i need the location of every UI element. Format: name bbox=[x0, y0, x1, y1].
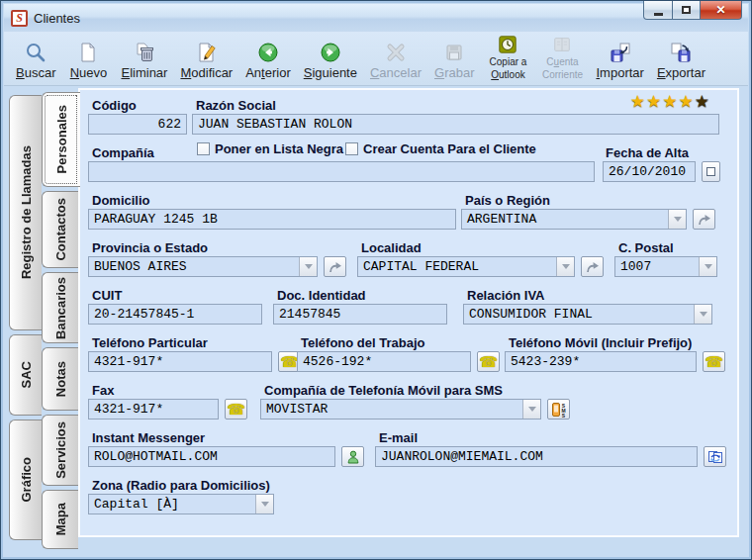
grabar-button: Grabar bbox=[432, 40, 476, 80]
close-button[interactable]: ✕ bbox=[701, 1, 742, 20]
tab-personales[interactable]: Personales bbox=[42, 92, 80, 187]
nuevo-button[interactable]: Nuevo bbox=[66, 40, 110, 80]
tab-bancarios[interactable]: Bancarios bbox=[42, 272, 78, 343]
star-4[interactable]: ★ bbox=[679, 93, 694, 110]
doc-identidad-label: Doc. Identidad bbox=[277, 288, 366, 303]
next-arrow-icon bbox=[320, 40, 341, 63]
pais-dropdown-button[interactable] bbox=[668, 210, 686, 229]
tab-servicios[interactable]: Servicios bbox=[42, 415, 78, 486]
anterior-button[interactable]: Anterior bbox=[243, 40, 293, 80]
instant-messenger-field[interactable]: ROLO@HOTMAIL.COM bbox=[88, 446, 335, 467]
buscar-button[interactable]: Buscar bbox=[14, 40, 57, 80]
tab-sac[interactable]: SAC bbox=[9, 334, 42, 416]
tab-notas[interactable]: Notas bbox=[42, 347, 78, 411]
app-window: S Clientes ✕ Buscar Nuevo Eliminar Modif… bbox=[0, 0, 752, 560]
tab-registro-de-llamadas[interactable]: Registro de Llamadas bbox=[9, 95, 42, 330]
localidad-combo[interactable]: CAPITAL FEDERAL bbox=[357, 256, 575, 277]
relacion-iva-dropdown-button[interactable] bbox=[694, 305, 711, 324]
localidad-goto-button[interactable] bbox=[581, 256, 604, 277]
provincia-combo[interactable]: BUENOS AIRES bbox=[88, 256, 318, 277]
tab-grafico[interactable]: Gráfico bbox=[9, 420, 42, 540]
tel-trabajo-field[interactable]: 4526-192* bbox=[297, 351, 471, 372]
provincia-dropdown-button[interactable] bbox=[299, 257, 317, 276]
chevron-down-icon bbox=[528, 407, 536, 412]
compania-field[interactable] bbox=[88, 161, 595, 182]
siguiente-button[interactable]: Siguiente bbox=[302, 40, 359, 80]
compania-label: Compañía bbox=[92, 145, 154, 160]
account-ledger-icon bbox=[552, 31, 572, 54]
cpostal-combo[interactable]: 1007 bbox=[614, 256, 717, 277]
email-label: E-mail bbox=[379, 430, 418, 445]
star-1[interactable]: ★ bbox=[630, 93, 645, 110]
phone-icon: ☎ bbox=[479, 354, 498, 369]
search-icon bbox=[25, 40, 47, 63]
fecha-alta-calendar-button[interactable] bbox=[702, 161, 720, 182]
relacion-iva-combo[interactable]: CONSUMIDOR FINAL bbox=[463, 304, 712, 325]
lista-negra-checkbox[interactable] bbox=[197, 142, 210, 155]
previous-arrow-icon bbox=[257, 40, 279, 63]
tab-mapa[interactable]: Mapa bbox=[42, 490, 78, 549]
calendar-picker-icon bbox=[706, 167, 715, 176]
fax-dial-button[interactable]: ☎ bbox=[225, 399, 247, 420]
copiar-outlook-button[interactable]: Copiar a Outlook bbox=[485, 31, 530, 80]
tel-movil-field[interactable]: 5423-239* bbox=[505, 351, 697, 372]
star-2[interactable]: ★ bbox=[646, 93, 661, 110]
cuenta-corriente-button: Cuenta Corriente bbox=[539, 31, 585, 80]
pais-combo[interactable]: ARGENTINA bbox=[461, 209, 687, 230]
goto-arrow-icon bbox=[697, 212, 712, 228]
cia-sms-combo[interactable]: MOVISTAR bbox=[260, 399, 541, 420]
star-5[interactable]: ★ bbox=[695, 93, 709, 110]
star-3[interactable]: ★ bbox=[662, 93, 677, 110]
maximize-icon bbox=[682, 6, 691, 14]
new-document-icon bbox=[77, 40, 99, 63]
minimize-icon bbox=[654, 13, 663, 16]
doc-identidad-field[interactable]: 21457845 bbox=[273, 304, 447, 325]
goto-arrow-icon bbox=[328, 259, 343, 275]
cpostal-dropdown-button[interactable] bbox=[699, 257, 716, 276]
fecha-alta-field[interactable]: 26/10/2010 bbox=[603, 161, 696, 182]
cancelar-button: Cancelar bbox=[368, 40, 423, 80]
modificar-button[interactable]: Modificar bbox=[178, 40, 235, 80]
razon-social-field[interactable]: JUAN SEBASTIAN ROLON bbox=[192, 114, 719, 135]
minimize-button[interactable] bbox=[643, 1, 673, 20]
lista-negra-checkbox-group[interactable]: Poner en Lista Negra bbox=[197, 141, 343, 156]
pais-label: País o Región bbox=[465, 193, 550, 208]
app-icon: S bbox=[11, 10, 28, 27]
cia-sms-dropdown-button[interactable] bbox=[522, 400, 540, 419]
chevron-down-icon bbox=[261, 502, 269, 507]
zona-combo[interactable]: Capital [À] bbox=[88, 494, 274, 514]
eliminar-button[interactable]: Eliminar bbox=[119, 40, 169, 80]
tel-trabajo-label: Teléfono del Trabajo bbox=[301, 335, 424, 350]
provincia-goto-button[interactable] bbox=[324, 256, 346, 277]
tel-trabajo-dial-button[interactable]: ☎ bbox=[477, 351, 500, 372]
tel-movil-label: Teléfono Móvil (Incluir Prefijo) bbox=[509, 335, 692, 350]
inner-tabstrip: Personales Contactos Bancarios Notas Ser… bbox=[42, 92, 78, 553]
importar-button[interactable]: Importar bbox=[594, 40, 645, 80]
zona-dropdown-button[interactable] bbox=[255, 495, 273, 513]
email-field[interactable]: JUANROLON@MIEMAIL.COM bbox=[375, 446, 698, 467]
chevron-down-icon bbox=[305, 264, 313, 269]
domicilio-field[interactable]: PARAGUAY 1245 1B bbox=[88, 209, 456, 230]
maximize-button[interactable] bbox=[673, 1, 701, 20]
tab-contactos[interactable]: Contactos bbox=[42, 191, 78, 268]
send-email-button[interactable] bbox=[704, 446, 726, 467]
crear-cuenta-checkbox-group[interactable]: Crear Cuenta Para el Cliente bbox=[345, 141, 536, 156]
tel-movil-dial-button[interactable]: ☎ bbox=[703, 351, 725, 372]
send-sms-button[interactable]: SMS bbox=[547, 399, 570, 420]
exportar-button[interactable]: Exportar bbox=[655, 40, 707, 80]
chevron-down-icon bbox=[705, 264, 712, 269]
crear-cuenta-checkbox[interactable] bbox=[345, 142, 358, 155]
sms-phone-icon: SMS bbox=[551, 402, 567, 418]
instant-messenger-contact-button[interactable] bbox=[341, 446, 364, 467]
cuit-field[interactable]: 20-21457845-1 bbox=[88, 304, 262, 325]
outlook-clock-icon bbox=[498, 31, 517, 54]
titlebar[interactable]: S Clientes ✕ bbox=[4, 4, 748, 32]
codigo-field[interactable]: 622 bbox=[88, 114, 187, 135]
fax-field[interactable]: 4321-917* bbox=[88, 399, 219, 420]
tel-particular-field[interactable]: 4321-917* bbox=[88, 351, 272, 372]
cia-sms-label: Compañía de Telefonía Móvil para SMS bbox=[264, 383, 503, 398]
relacion-iva-label: Relación IVA bbox=[467, 288, 545, 303]
chevron-down-icon bbox=[562, 264, 570, 269]
pais-goto-button[interactable] bbox=[693, 209, 715, 230]
localidad-dropdown-button[interactable] bbox=[556, 257, 574, 276]
